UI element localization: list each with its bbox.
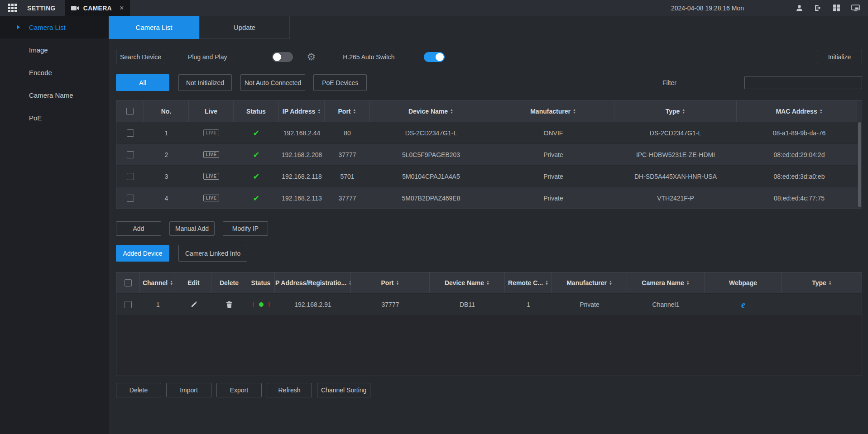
search-device-table: No. Live Status IP Address Port Device N… xyxy=(116,100,862,209)
row-checkbox[interactable] xyxy=(127,195,134,202)
tab-camera-linked-info[interactable]: Camera Linked Info xyxy=(178,245,247,262)
filter-not-auto-connected-button[interactable]: Not Auto Connected xyxy=(240,74,305,91)
add-button[interactable]: Add xyxy=(116,221,161,236)
filter-poe-devices-button[interactable]: PoE Devices xyxy=(313,74,367,91)
sort-icon xyxy=(170,280,173,286)
filter-input[interactable] xyxy=(744,76,862,89)
screens-icon[interactable] xyxy=(833,4,840,12)
header-cell-ip[interactable]: IP Address xyxy=(279,101,325,122)
edit-icon[interactable] xyxy=(190,301,197,308)
header-cell-channel[interactable]: Channel xyxy=(140,272,176,293)
table-header-row: Channel Edit Delete Status IP Address/Re… xyxy=(116,272,862,293)
trash-icon[interactable] xyxy=(226,301,233,308)
cell-status xyxy=(247,302,275,307)
header-label: Type xyxy=(666,108,680,115)
header-label: Port xyxy=(381,279,394,286)
tab-added-device[interactable]: Added Device xyxy=(116,245,169,262)
cell-manufacturer: Private xyxy=(492,195,614,202)
header-cell-mac[interactable]: MAC Address xyxy=(737,101,862,122)
camera-tab[interactable]: CAMERA × xyxy=(65,0,130,16)
logout-icon[interactable] xyxy=(814,4,822,12)
select-all-checkbox[interactable] xyxy=(126,108,134,115)
header-cell-camera-name[interactable]: Camera Name xyxy=(627,272,705,293)
export-button[interactable]: Export xyxy=(216,383,262,397)
toolbar-row: Search Device Plug and Play ⚙ H.265 Auto… xyxy=(116,50,862,64)
table-scrollbar xyxy=(858,101,862,209)
header-label: Manufacturer xyxy=(566,279,607,286)
cell-manufacturer: ONVIF xyxy=(492,129,614,137)
cell-ip: 192.168.2.208 xyxy=(279,151,325,158)
sidebar-item-encode[interactable]: Encode xyxy=(0,61,109,84)
table-row: 2 LIVE ✔ 192.168.2.208 37777 5L0C5F9PAGE… xyxy=(116,143,862,165)
header-cell-ip-registration[interactable]: IP Address/Registratio... xyxy=(275,272,351,293)
filter-not-initialized-button[interactable]: Not Initialized xyxy=(178,74,232,91)
cell-select xyxy=(116,195,144,202)
plug-and-play-toggle[interactable] xyxy=(272,52,293,62)
manual-add-button[interactable]: Manual Add xyxy=(169,221,215,236)
header-label: Manufacturer xyxy=(530,108,571,115)
status-ok-icon: ✔ xyxy=(253,150,259,160)
row-checkbox[interactable] xyxy=(127,129,134,137)
header-cell-port[interactable]: Port xyxy=(325,101,370,122)
monitor-icon[interactable] xyxy=(851,4,860,12)
delete-button[interactable]: Delete xyxy=(116,383,161,397)
ie-browser-icon[interactable]: e xyxy=(741,300,745,309)
cell-status: ✔ xyxy=(234,193,279,203)
search-device-button[interactable]: Search Device xyxy=(116,50,165,64)
filter-all-button[interactable]: All xyxy=(116,74,169,91)
cell-delete xyxy=(211,301,247,308)
cell-ip: 192.168.2.91 xyxy=(275,301,351,308)
row-checkbox[interactable] xyxy=(125,301,132,308)
live-badge[interactable]: LIVE xyxy=(203,129,219,136)
import-button[interactable]: Import xyxy=(166,383,211,397)
sidebar-item-camera-name[interactable]: Camera Name xyxy=(0,84,109,106)
sidebar-item-image[interactable]: Image xyxy=(0,38,109,61)
sort-icon xyxy=(353,109,356,114)
cell-live: LIVE xyxy=(189,151,234,158)
select-all-checkbox[interactable] xyxy=(125,279,132,286)
row-checkbox[interactable] xyxy=(127,151,134,158)
bottom-actions-row: Delete Import Export Refresh Channel Sor… xyxy=(116,383,862,397)
toggle-knob xyxy=(436,53,444,61)
live-badge[interactable]: LIVE xyxy=(203,173,219,180)
header-cell-device-name[interactable]: Device Name xyxy=(430,272,505,293)
cell-type: DH-SD5A445XAN-HNR-USA xyxy=(614,173,737,180)
sort-icon xyxy=(396,280,399,286)
cell-no: 4 xyxy=(144,195,189,202)
header-cell-manufacturer[interactable]: Manufacturer xyxy=(552,272,627,293)
tab-camera-list[interactable]: Camera List xyxy=(109,16,199,39)
header-label: Channel xyxy=(143,279,168,286)
header-cell-device-name[interactable]: Device Name xyxy=(370,101,492,122)
status-ok-icon: ✔ xyxy=(253,193,259,203)
cell-edit xyxy=(176,301,211,308)
sidebar-item-poe[interactable]: PoE xyxy=(0,106,109,129)
live-badge[interactable]: LIVE xyxy=(203,195,219,201)
sidebar-item-camera-list[interactable]: Camera List xyxy=(0,16,109,38)
tab-update[interactable]: Update xyxy=(199,16,290,39)
close-icon[interactable]: × xyxy=(120,5,124,12)
live-badge[interactable]: LIVE xyxy=(203,151,219,158)
header-cell-remote-channel[interactable]: Remote C... xyxy=(505,272,552,293)
gear-icon[interactable]: ⚙ xyxy=(307,52,316,62)
refresh-button[interactable]: Refresh xyxy=(267,383,312,397)
table-row: 1 192.168.2.91 37777 DB11 xyxy=(116,293,862,315)
apps-menu-icon[interactable] xyxy=(0,0,24,16)
modify-ip-button[interactable]: Modify IP xyxy=(223,221,268,236)
initialize-button[interactable]: Initialize xyxy=(817,50,862,64)
cell-no: 1 xyxy=(144,129,189,137)
header-cell-manufacturer[interactable]: Manufacturer xyxy=(492,101,614,122)
cell-camera-name: Channel1 xyxy=(627,301,705,308)
header-cell-port[interactable]: Port xyxy=(351,272,430,293)
camera-icon xyxy=(71,5,79,11)
header-cell-type[interactable]: Type xyxy=(782,272,862,293)
header-label: IP Address/Registratio... xyxy=(275,279,346,286)
cell-status: ✔ xyxy=(234,150,279,160)
cell-port: 37777 xyxy=(325,151,370,158)
row-checkbox[interactable] xyxy=(127,173,134,180)
cell-webpage: e xyxy=(705,300,782,309)
header-cell-type[interactable]: Type xyxy=(614,101,737,122)
scrollbar-thumb[interactable] xyxy=(858,122,861,207)
channel-sorting-button[interactable]: Channel Sorting xyxy=(317,383,370,397)
h265-auto-switch-toggle[interactable] xyxy=(424,52,445,62)
user-icon[interactable] xyxy=(796,4,803,12)
